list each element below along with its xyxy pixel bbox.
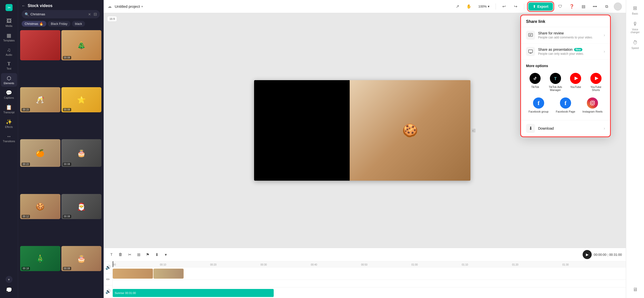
zoom-control[interactable]: 100% ▾	[476, 4, 491, 9]
help-button[interactable]: ❓	[568, 2, 576, 11]
hand-tool-button[interactable]: ✋	[465, 2, 473, 11]
elements-icon: ⬡	[7, 75, 11, 81]
facebook-page-label: Facebook Page	[556, 110, 575, 113]
select-tool-button[interactable]: ↗	[453, 2, 462, 11]
thumb-emoji: ⭐	[77, 96, 86, 104]
zoom-level: 100%	[478, 5, 487, 8]
media-thumb-2[interactable]: 🎄 00:08	[61, 30, 102, 60]
export-button[interactable]: ⬆ Export	[528, 3, 553, 11]
user-avatar[interactable]	[614, 3, 622, 11]
media-thumb-7[interactable]: 🍪 00:12	[20, 194, 60, 219]
more-options-button[interactable]: •••	[591, 2, 599, 11]
right-nav-basic[interactable]: ⊞ Basic	[627, 3, 643, 17]
media-thumb-8[interactable]: 🎅 00:08	[61, 194, 102, 219]
back-button[interactable]: ←	[22, 4, 26, 8]
audio-track-label[interactable]: 🔊	[104, 285, 112, 297]
media-grid: 🎄 00:08 🥂 00:15 ⭐ 00:08 🍊 00:22 🎂 00:08 …	[18, 29, 103, 298]
timeline-more-button[interactable]: ▾	[162, 251, 170, 258]
sidebar-item-templates[interactable]: ▦ Templates	[1, 30, 17, 44]
share-for-review-option[interactable]: Share for review People can add comments…	[521, 27, 610, 43]
panel-header: ← Stock videos	[18, 0, 103, 10]
shield-button[interactable]: 🛡	[556, 2, 565, 11]
filter-icon[interactable]: ⊟	[94, 12, 97, 17]
nav-expand-button[interactable]: ▾	[6, 276, 13, 283]
aspect-ratio-selector[interactable]: 16:9	[107, 16, 117, 22]
sidebar-item-text[interactable]: T Text	[1, 59, 17, 72]
right-nav-speed[interactable]: ⏱ Speed	[627, 38, 643, 52]
sidebar-item-chat[interactable]: 💭	[1, 285, 17, 295]
sidebar-item-captions[interactable]: 💬 Captions	[1, 88, 17, 101]
timeline-content: 🔊 ✏ 🔊 00:00 00:10 00:20 00:30 00:40 00:5…	[104, 261, 626, 298]
app-logo[interactable]: ✂	[5, 3, 14, 12]
sidebar-item-audio[interactable]: ♫ Audio	[1, 45, 17, 58]
sidebar-item-elements[interactable]: ⬡ Elements	[1, 73, 17, 87]
download-option[interactable]: ⬇ Download ›	[521, 120, 610, 136]
social-youtube[interactable]: YouTube	[567, 71, 585, 93]
facebook-page-icon: f	[560, 97, 571, 109]
social-facebook-group[interactable]: f Facebook group	[526, 95, 551, 115]
layout-button[interactable]: ▤	[579, 2, 588, 11]
social-facebook-page[interactable]: f Facebook Page	[553, 95, 578, 115]
right-nav-voice-changer[interactable]: 🎙 Voice changer	[627, 19, 643, 36]
social-youtube-shorts[interactable]: YouTube Shorts	[587, 71, 605, 93]
more-options-label: More options	[526, 64, 605, 68]
facebook-group-label: Facebook group	[529, 110, 549, 113]
group-clip-button[interactable]: ⊞	[135, 251, 142, 258]
project-name-text: Untitled project	[115, 4, 140, 9]
media-thumb-4[interactable]: ⭐ 00:08	[61, 87, 102, 112]
thumb-emoji: 🍪	[36, 202, 45, 211]
sidebar-item-transitions[interactable]: ↔ Transitions	[1, 131, 17, 145]
media-thumb-1[interactable]	[20, 30, 60, 60]
sidebar-item-transcript[interactable]: 📋 Transcript	[1, 102, 17, 116]
tag-black-friday[interactable]: Black Friday	[48, 21, 70, 27]
clear-search-icon[interactable]: ✕	[88, 12, 91, 16]
text-insert-button[interactable]: T	[108, 251, 115, 258]
timeline-area: T 🗑 ✂ ⊞ ⚑ ⬇ ▾ ▶ 00:00:00 | 00:31:00	[104, 248, 626, 298]
share-as-presentation-option[interactable]: Share as presentation New People can onl…	[521, 43, 610, 60]
split-view-button[interactable]: ⧉	[602, 2, 611, 11]
play-button[interactable]: ▶	[583, 250, 592, 259]
thumb-emoji: 🎂	[77, 254, 86, 263]
media-thumb-9[interactable]: 🎄 00:18	[20, 246, 60, 271]
speed-label: Speed	[631, 47, 639, 49]
video-clip-1[interactable]	[113, 269, 153, 279]
media-thumb-3[interactable]: 🥂 00:15	[20, 87, 60, 112]
media-thumb-5[interactable]: 🍊 00:22	[20, 139, 60, 167]
video-clip-2[interactable]	[153, 269, 184, 279]
sidebar-item-media[interactable]: 🖼 Media	[1, 16, 17, 29]
media-thumb-10[interactable]: 🎂 00:08	[61, 246, 102, 271]
redo-button[interactable]: ↪	[511, 2, 520, 11]
social-instagram-reels[interactable]: Instagram Reels	[580, 95, 605, 115]
right-sidebar: ⊞ Basic 🎙 Voice changer ⏱ Speed 🖥	[626, 0, 644, 298]
undo-button[interactable]: ↩	[500, 2, 508, 11]
svg-rect-3	[529, 50, 533, 53]
media-thumb-6[interactable]: 🎂 00:08	[61, 139, 102, 167]
pencil-track-label[interactable]: ✏	[104, 273, 112, 285]
audio-clip-sunrise[interactable]: Sunrise 00:31:00	[113, 289, 274, 297]
review-desc: People can add comments to your video.	[538, 36, 601, 39]
project-name[interactable]: Untitled project ▾	[115, 4, 143, 9]
delete-clip-button[interactable]: 🗑	[117, 251, 124, 258]
social-tiktok[interactable]: TikTok	[526, 71, 544, 93]
voice-changer-icon: 🎙	[633, 21, 638, 27]
export-timeline-button[interactable]: ⬇	[153, 251, 160, 258]
playhead[interactable]	[113, 261, 113, 267]
tag-christmas[interactable]: Christmas 🔥	[22, 21, 46, 27]
tag-label: Christmas	[25, 22, 38, 26]
flag-button[interactable]: ⚑	[144, 251, 151, 258]
social-tiktok-ads[interactable]: T TikTok Ads Manager	[546, 71, 565, 93]
collapse-panel-button[interactable]: ‹	[470, 129, 475, 132]
sidebar-item-effects[interactable]: ✨ Effects	[1, 117, 17, 130]
timeline-toolbar: T 🗑 ✂ ⊞ ⚑ ⬇ ▾ ▶ 00:00:00 | 00:31:00	[104, 248, 626, 261]
share-title: Share link	[526, 19, 545, 24]
tag-black[interactable]: black	[72, 21, 85, 27]
sidebar-item-label: Media	[6, 25, 12, 27]
split-clip-button[interactable]: ✂	[126, 251, 133, 258]
volume-track-label[interactable]: 🔊	[104, 261, 112, 273]
editor-main: ☁ Untitled project ▾ ↗ ✋ 100% ▾ ↩ ↪ ⬆ Ex…	[104, 0, 626, 298]
search-input[interactable]	[30, 12, 87, 16]
tag-label: Black Friday	[51, 22, 67, 26]
voice-changer-label: Voice changer	[628, 28, 642, 34]
ruler-mark-8: 01:20	[512, 263, 518, 266]
right-nav-monitor[interactable]: 🖥	[627, 285, 643, 295]
